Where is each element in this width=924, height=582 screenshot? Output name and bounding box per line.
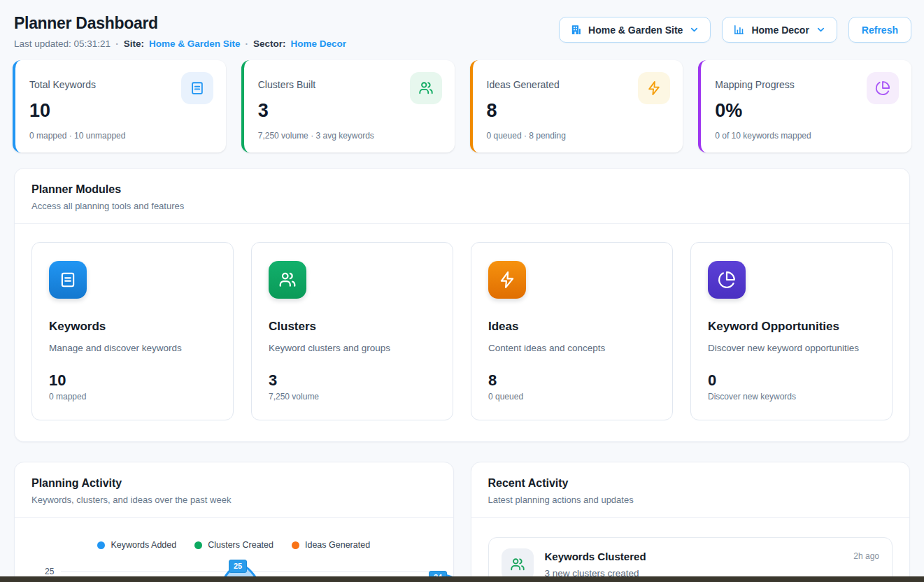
planner-modules-panel: Planner Modules Access all planning tool…	[14, 168, 910, 442]
module-stat-sub: 0 queued	[488, 392, 655, 402]
stats-row: Total Keywords 10 0 mapped · 10 unmapped…	[0, 60, 924, 152]
header-controls: Home & Garden Site Home Decor Refresh	[559, 17, 911, 43]
stat-card-mapping-progress: Mapping Progress 0% 0 of 10 keywords map…	[698, 60, 911, 152]
pie-chart-icon	[708, 261, 746, 299]
recent-activity-list: Keywords Clustered 2h ago 3 new clusters…	[471, 518, 910, 582]
data-point-label: 25	[229, 560, 247, 573]
module-description: Manage and discover keywords	[49, 343, 216, 353]
planning-activity-header: Planning Activity Keywords, clusters, an…	[15, 462, 453, 518]
chevron-down-icon	[816, 24, 826, 35]
activity-item-title: Keywords Clustered	[545, 548, 646, 562]
planner-modules-title: Planner Modules	[31, 183, 893, 196]
bolt-icon	[488, 261, 526, 299]
page-title: Planner Dashboard	[14, 14, 346, 33]
planning-activity-panel: Planning Activity Keywords, clusters, an…	[14, 462, 454, 582]
site-dropdown-label: Home & Garden Site	[588, 24, 683, 36]
activity-item-timestamp: 2h ago	[853, 548, 879, 561]
document-icon	[181, 72, 213, 104]
site-dropdown[interactable]: Home & Garden Site	[559, 17, 711, 43]
pie-chart-icon	[867, 72, 899, 104]
last-updated-text: Last updated: 05:31:21	[14, 38, 111, 49]
legend-dot-orange	[292, 541, 299, 549]
module-stat: 8	[488, 371, 655, 390]
stat-label: Total Keywords	[29, 72, 96, 90]
module-description: Content ideas and concepts	[488, 343, 655, 353]
recent-activity-subtitle: Latest planning actions and updates	[488, 495, 893, 505]
users-icon	[410, 72, 442, 104]
module-stat: 10	[49, 371, 216, 390]
planner-modules-header: Planner Modules Access all planning tool…	[15, 169, 909, 224]
module-title: Clusters	[269, 320, 436, 334]
document-icon	[49, 261, 87, 299]
stat-card-clusters-built: Clusters Built 3 7,250 volume · 3 avg ke…	[241, 60, 455, 152]
bar-chart-icon	[733, 24, 745, 36]
stat-label: Clusters Built	[258, 72, 315, 90]
separator-dot: ·	[245, 38, 248, 49]
module-stat-sub: 7,250 volume	[269, 392, 436, 402]
stat-label: Ideas Generated	[487, 72, 560, 90]
bottom-row: Planning Activity Keywords, clusters, an…	[0, 462, 924, 582]
legend-item-clusters-created[interactable]: Clusters Created	[194, 540, 273, 550]
module-stat: 3	[269, 371, 436, 390]
building-icon	[570, 24, 582, 36]
module-card-keyword-opportunities[interactable]: Keyword Opportunities Discover new keywo…	[690, 242, 893, 420]
legend-dot-green	[194, 541, 202, 549]
site-label: Site:	[124, 38, 144, 49]
planning-activity-title: Planning Activity	[31, 477, 436, 490]
refresh-button[interactable]: Refresh	[848, 17, 911, 43]
activity-item-keywords-clustered[interactable]: Keywords Clustered 2h ago 3 new clusters…	[488, 537, 893, 582]
stat-sub: 0 of 10 keywords mapped	[715, 131, 899, 141]
activity-item-content: Keywords Clustered 2h ago 3 new clusters…	[545, 548, 880, 579]
site-link[interactable]: Home & Garden Site	[149, 38, 241, 49]
module-stat-sub: Discover new keywords	[708, 392, 875, 402]
module-title: Ideas	[488, 320, 655, 334]
page-header: Planner Dashboard Last updated: 05:31:21…	[0, 0, 924, 60]
stat-sub: 7,250 volume · 3 avg keywords	[258, 131, 442, 141]
stat-label: Mapping Progress	[715, 72, 795, 90]
legend-label: Ideas Generated	[305, 540, 370, 550]
module-card-clusters[interactable]: Clusters Keyword clusters and groups 3 7…	[251, 242, 453, 420]
legend-item-keywords-added[interactable]: Keywords Added	[97, 540, 176, 550]
module-card-keywords[interactable]: Keywords Manage and discover keywords 10…	[31, 242, 234, 420]
sector-dropdown-label: Home Decor	[751, 24, 809, 36]
module-stat-sub: 0 mapped	[49, 392, 216, 402]
refresh-button-label: Refresh	[862, 24, 898, 36]
legend-label: Clusters Created	[208, 540, 273, 550]
chevron-down-icon	[689, 24, 699, 35]
page-subtitle: Last updated: 05:31:21 · Site: Home & Ga…	[14, 38, 346, 49]
users-icon	[269, 261, 306, 299]
activity-chart: Keywords Added Clusters Created Ideas Ge…	[15, 518, 453, 582]
module-card-ideas[interactable]: Ideas Content ideas and concepts 8 0 que…	[471, 242, 673, 420]
chart-legend: Keywords Added Clusters Created Ideas Ge…	[15, 540, 453, 550]
recent-activity-header: Recent Activity Latest planning actions …	[471, 462, 910, 518]
sector-link[interactable]: Home Decor	[290, 38, 346, 49]
legend-label: Keywords Added	[111, 540, 176, 550]
recent-activity-title: Recent Activity	[488, 477, 893, 490]
stat-sub: 0 mapped · 10 unmapped	[29, 131, 213, 141]
legend-dot-blue	[97, 541, 105, 549]
recent-activity-panel: Recent Activity Latest planning actions …	[471, 462, 911, 582]
stat-card-ideas-generated: Ideas Generated 8 0 queued · 8 pending	[470, 60, 683, 152]
module-stat: 0	[708, 371, 875, 390]
module-title: Keywords	[49, 320, 216, 334]
bottom-window-edge	[0, 576, 924, 582]
stat-card-total-keywords: Total Keywords 10 0 mapped · 10 unmapped	[13, 60, 226, 152]
module-description: Discover new keyword opportunities	[708, 343, 875, 353]
stat-sub: 0 queued · 8 pending	[487, 131, 671, 141]
separator-dot: ·	[115, 38, 119, 49]
sector-label: Sector:	[253, 38, 286, 49]
planner-modules-subtitle: Access all planning tools and features	[31, 201, 893, 211]
bolt-icon	[638, 72, 670, 104]
module-title: Keyword Opportunities	[708, 320, 875, 334]
modules-grid: Keywords Manage and discover keywords 10…	[15, 224, 909, 441]
module-description: Keyword clusters and groups	[269, 343, 436, 353]
sector-dropdown[interactable]: Home Decor	[722, 17, 837, 43]
header-left: Planner Dashboard Last updated: 05:31:21…	[14, 14, 346, 49]
legend-item-ideas-generated[interactable]: Ideas Generated	[292, 540, 370, 550]
planning-activity-subtitle: Keywords, clusters, and ideas over the p…	[31, 495, 436, 505]
stat-value: 3	[258, 100, 442, 122]
